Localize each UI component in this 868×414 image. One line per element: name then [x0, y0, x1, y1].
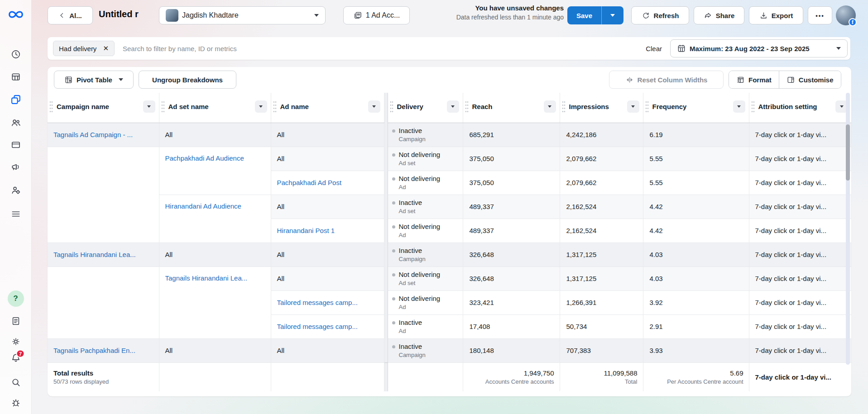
column-header-ad-name[interactable]: Ad name: [271, 93, 384, 123]
notifications-bell-icon[interactable]: 7: [10, 353, 21, 363]
refresh-button[interactable]: Refresh: [631, 6, 689, 24]
rows-displayed-label: 50/73 rows displayed: [48, 378, 159, 385]
save-status: You have unsaved changes Data refreshed …: [456, 4, 564, 21]
adset-name-cell: All: [159, 243, 271, 266]
adset-link[interactable]: Pachpakhadi Ad Audience: [165, 154, 267, 162]
delivery-cell: Not deliveringAd set: [388, 147, 463, 171]
frozen-pane-divider: [384, 219, 388, 243]
column-menu-button[interactable]: [544, 100, 556, 113]
pivot-table-button[interactable]: Pivot Table: [54, 71, 134, 89]
format-button[interactable]: Format: [729, 71, 779, 88]
meta-logo-icon[interactable]: [7, 9, 24, 20]
sidebar: ? 7: [0, 0, 32, 414]
column-menu-button[interactable]: [447, 100, 459, 113]
campaign-link[interactable]: Tagnails Pachpakhadi En...: [53, 347, 155, 354]
clear-filters-link[interactable]: Clear: [646, 45, 662, 52]
frozen-pane-divider: [384, 195, 388, 219]
ad-name-cell: Pachpakhadi Ad Post: [271, 171, 384, 195]
impressions-cell: 2,079,662: [560, 171, 643, 195]
column-header-reach[interactable]: Reach: [463, 93, 560, 123]
frozen-pane-divider: [384, 362, 388, 391]
user-avatar[interactable]: f: [836, 5, 856, 25]
reach-cell: 489,337: [463, 219, 560, 243]
search-icon[interactable]: [10, 377, 21, 388]
chevron-down-icon: [548, 105, 551, 108]
reset-column-widths-button[interactable]: Reset Column Widths: [609, 71, 724, 89]
delivery-cell: Not deliveringAd: [388, 290, 463, 314]
column-header-frequency[interactable]: Frequency: [643, 93, 749, 123]
audiences-icon[interactable]: [10, 118, 21, 128]
more-options-button[interactable]: •••: [808, 6, 832, 24]
column-menu-button[interactable]: [733, 100, 745, 113]
ad-link[interactable]: Tailored messages camp...: [277, 323, 380, 330]
ad-link[interactable]: Pachpakhadi Ad Post: [277, 179, 380, 186]
ads-reporting-icon[interactable]: [10, 94, 21, 105]
adset-name-cell: Pachpakhadi Ad Audience: [159, 147, 271, 195]
column-header-impressions[interactable]: Impressions: [560, 93, 643, 123]
frozen-pane-divider: [384, 93, 388, 123]
bug-report-icon[interactable]: [11, 398, 21, 408]
billing-icon[interactable]: [10, 140, 21, 150]
date-range-button[interactable]: Maximum: 23 Aug 2022 - 23 Sep 2025: [670, 39, 848, 57]
share-icon: [704, 11, 712, 20]
filter-search-input[interactable]: [123, 45, 646, 52]
chevron-down-icon: [836, 47, 841, 50]
column-header-campaign-name[interactable]: Campaign name: [48, 93, 159, 123]
campaign-link[interactable]: Tagnails Ad Campaign - ...: [53, 131, 155, 138]
column-menu-button[interactable]: [368, 100, 380, 113]
drag-handle-icon[interactable]: [49, 100, 53, 113]
drag-handle-icon[interactable]: [161, 100, 165, 113]
campaign-link[interactable]: Tagnails Hiranandani Lea...: [53, 251, 155, 258]
adset-link[interactable]: Hiranandani Ad Audience: [165, 202, 267, 210]
settings-gear-icon[interactable]: [11, 337, 21, 347]
menu-icon[interactable]: [10, 209, 21, 219]
column-header-attribution-setting[interactable]: Attribution setting: [749, 93, 851, 123]
drag-handle-icon[interactable]: [751, 100, 755, 113]
campaigns-table-icon[interactable]: [10, 72, 21, 82]
adset-link[interactable]: Tagnails Hiranandani Lea...: [165, 274, 267, 282]
save-button[interactable]: Save: [567, 6, 601, 24]
back-button[interactable]: Al...: [48, 6, 93, 24]
total-impressions-value: 11,099,588: [560, 369, 643, 377]
delivery-status: Inactive: [399, 199, 422, 207]
ad-account-selector-button[interactable]: 1 Ad Acc...: [343, 6, 410, 24]
drag-handle-icon[interactable]: [273, 100, 277, 113]
delivery-level: Ad: [399, 183, 441, 191]
chip-close-icon[interactable]: ✕: [103, 44, 109, 52]
column-menu-button[interactable]: [143, 100, 155, 113]
document-icon[interactable]: [11, 316, 21, 326]
delivery-status: Not delivering: [399, 175, 441, 183]
ad-link[interactable]: Hiranandani Post 1: [277, 227, 380, 234]
campaign-name-cell-empty: [48, 266, 159, 338]
advertise-megaphone-icon[interactable]: [10, 162, 21, 172]
drag-handle-icon[interactable]: [390, 100, 393, 113]
filter-chip-had-delivery[interactable]: Had delivery ✕: [53, 41, 115, 56]
column-menu-button[interactable]: [627, 100, 639, 113]
table-toolbar: Pivot Table Ungroup Breakdowns Reset Col…: [48, 67, 851, 93]
drag-handle-icon[interactable]: [562, 100, 566, 113]
drag-handle-icon[interactable]: [465, 100, 469, 113]
column-header-delivery[interactable]: Delivery: [388, 93, 463, 123]
total-reach-sublabel: Accounts Centre accounts: [463, 378, 560, 385]
customise-button[interactable]: Customise: [779, 71, 841, 88]
share-button[interactable]: Share: [694, 6, 744, 24]
frequency-cell: 4.03: [643, 266, 749, 290]
ad-name-cell: Tailored messages camp...: [271, 314, 384, 338]
ungroup-breakdowns-button[interactable]: Ungroup Breakdowns: [139, 71, 236, 89]
save-options-button[interactable]: [601, 6, 623, 24]
help-button[interactable]: ?: [8, 290, 24, 307]
account-dropdown[interactable]: Jagdish Khadtare: [159, 6, 326, 24]
column-menu-button[interactable]: [255, 100, 267, 113]
attribution-cell: 7-day click or 1-day vi...: [749, 195, 851, 219]
ad-link[interactable]: Tailored messages camp...: [277, 299, 380, 306]
vertical-scrollbar-thumb[interactable]: [846, 124, 850, 181]
column-header-ad-set-name[interactable]: Ad set name: [159, 93, 271, 123]
people-settings-icon[interactable]: [10, 185, 21, 195]
delivery-status: Inactive: [399, 127, 426, 135]
frozen-pane-divider: [384, 243, 388, 266]
customise-panel-icon: [786, 76, 795, 84]
export-button[interactable]: Export: [749, 6, 803, 24]
reset-column-widths-icon: [625, 76, 634, 84]
drag-handle-icon[interactable]: [645, 100, 649, 113]
account-overview-icon[interactable]: [10, 49, 21, 60]
